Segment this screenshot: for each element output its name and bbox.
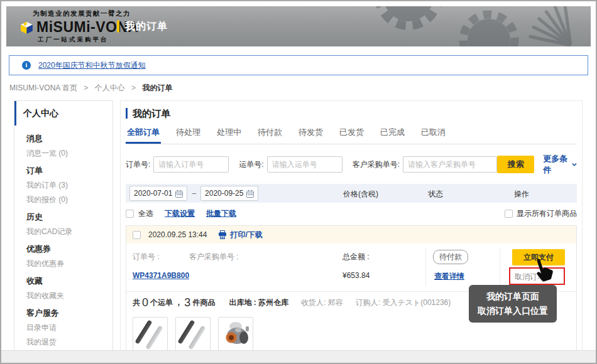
- order-no-label: 订单号:: [126, 159, 150, 170]
- breadcrumb: MISUMI-VONA 首页 > 个人中心 > 我的订单: [9, 83, 172, 94]
- sidebar-section-customer-service: 客户服务: [26, 309, 112, 318]
- assembly-part-image: [219, 318, 253, 351]
- callout-line1: 我的订单页面: [471, 289, 554, 304]
- column-header-action: 操作: [514, 189, 529, 200]
- sidebar: 个人中心 消息 消息一览 (0) 订单 我的订单 (3) 我的报价 (0) 历史…: [14, 100, 113, 351]
- order-datetime: 2020.09.25 13:44: [148, 230, 207, 239]
- tab-awaiting-shipment[interactable]: 待发货: [297, 127, 324, 144]
- order-total-amount: ¥653.84: [342, 271, 370, 280]
- info-icon: i: [22, 61, 31, 70]
- breadcrumb-current: 我的订单: [142, 83, 172, 92]
- column-divider: [500, 249, 500, 286]
- page: 为制造业的发展贡献一臂之力 MiSUMi-VONA 工厂一站式采购平台 我的订单…: [0, 0, 597, 364]
- sidebar-section-history: 历史: [26, 213, 112, 222]
- consignee-info: 收货人: 郑容: [301, 297, 343, 308]
- banner-page-title: 我的订单: [117, 20, 168, 33]
- po-no-label: 客户采购单号:: [353, 159, 400, 170]
- sidebar-item-my-quotes[interactable]: 我的报价 (0): [26, 195, 112, 204]
- search-bar: 订单号: 运单号: 客户采购单号: 搜索 更多条件: [126, 153, 577, 176]
- batch-download-link[interactable]: 批量下载: [206, 208, 236, 219]
- tab-cancelled[interactable]: 已取消: [420, 127, 447, 144]
- sidebar-item-catalog-request[interactable]: 目录申请: [26, 323, 112, 332]
- sidebar-item-message-list[interactable]: 消息一览 (0): [26, 149, 112, 158]
- order-card-header: 2020.09.25 13:44 打印/下载: [126, 226, 576, 244]
- sidebar-section-messages: 消息: [26, 134, 112, 143]
- printer-icon: [218, 230, 227, 239]
- gears-graphic: [320, 6, 591, 46]
- sidebar-item-my-orders[interactable]: 我的订单 (3): [26, 181, 112, 190]
- calendar-icon: [246, 190, 254, 198]
- tab-processing[interactable]: 处理中: [216, 127, 243, 144]
- orderer-info: 订购人: 受入テスト(001236): [356, 297, 451, 308]
- product-thumb-shaft-rods[interactable]: [133, 317, 168, 351]
- column-header-price: 价格(含税): [343, 189, 378, 200]
- view-details-link[interactable]: 查看详情: [434, 271, 464, 282]
- select-all-checkbox[interactable]: [126, 210, 134, 218]
- tab-completed[interactable]: 已完成: [379, 127, 406, 144]
- tab-pending[interactable]: 待处理: [175, 127, 202, 144]
- summary-prefix: 共: [133, 297, 140, 308]
- date-to-picker[interactable]: 2020-09-25: [200, 186, 258, 201]
- search-button[interactable]: 搜索: [497, 156, 534, 173]
- logo-cube-icon: [19, 19, 35, 35]
- summary-items-suffix: 件商品: [192, 297, 215, 308]
- order-number-link[interactable]: WP4371A9B800: [133, 271, 189, 280]
- batch-actions-row: 全选 下载设置 批量下载 显示所有订单商品: [126, 208, 577, 219]
- more-conditions-link[interactable]: 更多条件: [543, 153, 577, 176]
- waybill-no-input[interactable]: [267, 156, 342, 173]
- item-count: 3: [184, 296, 190, 309]
- tab-awaiting-payment[interactable]: 待付款: [256, 127, 283, 144]
- logo-slogan: 为制造业的发展贡献一臂之力: [33, 9, 139, 18]
- product-thumb-assembly-part[interactable]: [218, 317, 253, 351]
- sidebar-item-my-returns[interactable]: 我的退货: [26, 338, 112, 346]
- print-download-link[interactable]: 打印/下载: [218, 230, 262, 240]
- order-tabs: 全部订单 待处理 处理中 待付款 待发货 已发货 已完成 已取消: [126, 127, 577, 144]
- header-banner: 为制造业的发展贡献一臂之力 MiSUMi-VONA 工厂一站式采购平台 我的订单: [6, 6, 591, 46]
- breadcrumb-home[interactable]: MISUMI-VONA 首页: [9, 83, 77, 92]
- yellow-bar: [117, 21, 119, 33]
- order-card-body: 订单号 : 客户采购单号 : 总金额 : WP4371A9B800 ¥653.8…: [126, 244, 576, 291]
- breadcrumb-separator: >: [84, 83, 88, 92]
- breadcrumb-separator: >: [131, 83, 136, 92]
- select-all-label: 全选: [138, 208, 153, 219]
- status-badge: 待付款: [433, 250, 468, 264]
- summary-mid: 个运单 ，: [150, 297, 182, 308]
- sidebar-item-my-coupons[interactable]: 我的优惠券: [26, 259, 112, 268]
- logo-subtitle: 工厂一站式采购平台: [38, 36, 139, 44]
- tab-shipped[interactable]: 已发货: [338, 127, 365, 144]
- filter-row: 2020-07-01 – 2020-09-25: [126, 184, 577, 203]
- column-header-status: 状态: [428, 189, 443, 200]
- notice-link[interactable]: 2020年国庆节和中秋节放假通知: [38, 60, 146, 71]
- order-no-field-label: 订单号 :: [133, 252, 160, 262]
- callout-line2: 取消订单入口位置: [471, 304, 554, 318]
- sidebar-section-coupons: 优惠券: [26, 245, 112, 254]
- sidebar-item-my-favorites[interactable]: 我的收藏夹: [26, 291, 112, 300]
- notice-bar: i 2020年国庆节和中秋节放假通知: [9, 55, 588, 75]
- waybill-no-label: 运单号:: [239, 159, 263, 170]
- page-title: 我的订单: [126, 108, 577, 119]
- show-all-items-label: 显示所有订单商品: [517, 208, 577, 219]
- column-divider: [425, 249, 426, 286]
- sidebar-section-orders: 订单: [26, 166, 112, 175]
- total-field-label: 总金额 :: [342, 252, 370, 262]
- footer-strip: [1, 350, 596, 363]
- warehouse-info: 出库地 : 苏州仓库: [229, 297, 288, 308]
- date-range-dash: –: [192, 189, 196, 198]
- show-all-items-checkbox[interactable]: [505, 210, 513, 218]
- order-no-input[interactable]: [153, 156, 229, 173]
- date-from-picker[interactable]: 2020-07-01: [129, 186, 187, 201]
- chevron-down-icon: [572, 163, 577, 167]
- download-settings-link[interactable]: 下载设置: [165, 208, 195, 219]
- tab-all-orders[interactable]: 全部订单: [126, 127, 161, 144]
- po-field-label: 客户采购单号 :: [189, 252, 239, 262]
- order-checkbox[interactable]: [133, 231, 141, 239]
- sidebar-section-favorites: 收藏: [26, 277, 112, 286]
- calendar-icon: [175, 190, 183, 198]
- sidebar-item-cad-history[interactable]: 我的CAD记录: [26, 227, 112, 236]
- shipment-count: 0: [142, 296, 148, 309]
- sidebar-title: 个人中心: [14, 101, 112, 126]
- product-thumb-shaft-rods[interactable]: [175, 317, 211, 351]
- po-no-input[interactable]: [403, 156, 497, 173]
- breadcrumb-personal-center[interactable]: 个人中心: [95, 83, 125, 92]
- annotation-callout: 我的订单页面 取消订单入口位置: [469, 285, 557, 323]
